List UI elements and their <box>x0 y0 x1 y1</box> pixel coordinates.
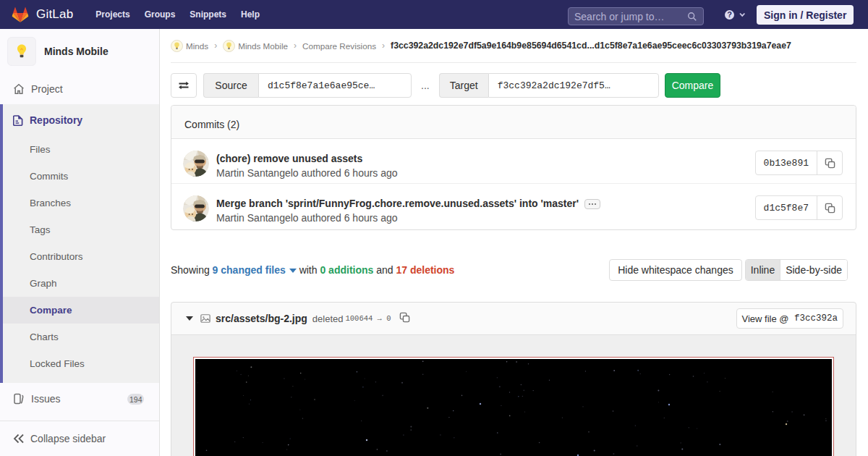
svg-text:?: ? <box>727 10 732 19</box>
